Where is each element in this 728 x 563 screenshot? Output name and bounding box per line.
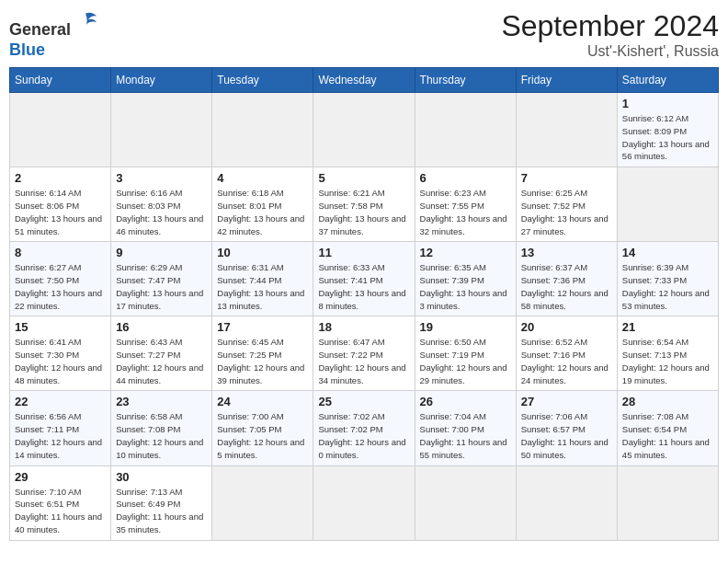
header-day-tuesday: Tuesday xyxy=(212,68,313,93)
calendar-cell xyxy=(415,465,516,540)
day-number: 17 xyxy=(217,320,308,334)
calendar-cell: 3Sunrise: 6:16 AMSunset: 8:03 PMDaylight… xyxy=(111,167,212,242)
day-number: 22 xyxy=(15,395,106,408)
day-number: 11 xyxy=(318,246,409,259)
day-info: Sunrise: 6:39 AMSunset: 7:33 PMDaylight:… xyxy=(622,261,713,312)
calendar-cell: 28Sunrise: 7:08 AMSunset: 6:54 PMDayligh… xyxy=(617,391,718,465)
header-day-sunday: Sunday xyxy=(10,68,111,93)
calendar-cell xyxy=(516,93,617,167)
calendar-week-1: 1Sunrise: 6:12 AMSunset: 8:09 PMDaylight… xyxy=(10,93,719,167)
calendar-cell: 6Sunrise: 6:23 AMSunset: 7:55 PMDaylight… xyxy=(415,167,516,242)
calendar-cell: 26Sunrise: 7:04 AMSunset: 7:00 PMDayligh… xyxy=(415,391,516,465)
day-info: Sunrise: 7:04 AMSunset: 7:00 PMDaylight:… xyxy=(420,410,511,461)
day-number: 5 xyxy=(318,171,409,185)
day-number: 8 xyxy=(15,246,106,259)
logo: General Blue xyxy=(9,9,98,60)
day-number: 6 xyxy=(420,171,511,185)
calendar-cell: 14Sunrise: 6:39 AMSunset: 7:33 PMDayligh… xyxy=(617,242,718,316)
day-info: Sunrise: 6:56 AMSunset: 7:11 PMDaylight:… xyxy=(15,410,106,461)
calendar-cell xyxy=(313,93,415,167)
day-number: 2 xyxy=(15,171,106,185)
calendar-cell xyxy=(212,465,313,540)
day-info: Sunrise: 6:52 AMSunset: 7:16 PMDaylight:… xyxy=(521,336,612,386)
day-info: Sunrise: 6:27 AMSunset: 7:50 PMDaylight:… xyxy=(15,261,106,312)
calendar-cell: 1Sunrise: 6:12 AMSunset: 8:09 PMDaylight… xyxy=(617,93,718,167)
calendar-cell xyxy=(111,93,212,167)
calendar-cell xyxy=(313,465,415,540)
day-info: Sunrise: 6:23 AMSunset: 7:55 PMDaylight:… xyxy=(420,187,511,237)
title-block: September 2024 Ust'-Kishert', Russia xyxy=(501,9,719,60)
calendar-cell xyxy=(617,465,718,540)
day-number: 28 xyxy=(622,395,713,408)
calendar-cell: 20Sunrise: 6:52 AMSunset: 7:16 PMDayligh… xyxy=(516,316,617,391)
day-number: 10 xyxy=(217,246,308,259)
calendar-cell: 30Sunrise: 7:13 AMSunset: 6:49 PMDayligh… xyxy=(111,465,212,540)
day-info: Sunrise: 6:33 AMSunset: 7:41 PMDaylight:… xyxy=(318,261,409,312)
calendar-cell: 19Sunrise: 6:50 AMSunset: 7:19 PMDayligh… xyxy=(415,316,516,391)
day-info: Sunrise: 6:58 AMSunset: 7:08 PMDaylight:… xyxy=(116,410,207,461)
calendar-cell: 4Sunrise: 6:18 AMSunset: 8:01 PMDaylight… xyxy=(212,167,313,242)
calendar-cell: 29Sunrise: 7:10 AMSunset: 6:51 PMDayligh… xyxy=(10,465,111,540)
day-number: 9 xyxy=(116,246,207,259)
day-number: 15 xyxy=(15,320,106,334)
day-info: Sunrise: 7:10 AMSunset: 6:51 PMDaylight:… xyxy=(15,486,106,536)
day-info: Sunrise: 7:02 AMSunset: 7:02 PMDaylight:… xyxy=(318,410,409,461)
logo-blue: Blue xyxy=(9,40,45,59)
day-info: Sunrise: 6:14 AMSunset: 8:06 PMDaylight:… xyxy=(15,187,106,237)
day-info: Sunrise: 6:16 AMSunset: 8:03 PMDaylight:… xyxy=(116,187,207,237)
calendar-cell: 21Sunrise: 6:54 AMSunset: 7:13 PMDayligh… xyxy=(617,316,718,391)
day-info: Sunrise: 6:54 AMSunset: 7:13 PMDaylight:… xyxy=(622,336,713,386)
day-info: Sunrise: 6:41 AMSunset: 7:30 PMDaylight:… xyxy=(15,336,106,386)
calendar-cell: 10Sunrise: 6:31 AMSunset: 7:44 PMDayligh… xyxy=(212,242,313,316)
day-number: 26 xyxy=(420,395,511,408)
calendar-cell: 5Sunrise: 6:21 AMSunset: 7:58 PMDaylight… xyxy=(313,167,415,242)
header-day-monday: Monday xyxy=(111,68,212,93)
day-info: Sunrise: 7:08 AMSunset: 6:54 PMDaylight:… xyxy=(622,410,713,461)
day-number: 21 xyxy=(622,320,713,334)
day-info: Sunrise: 7:00 AMSunset: 7:05 PMDaylight:… xyxy=(217,410,308,461)
header-row: SundayMondayTuesdayWednesdayThursdayFrid… xyxy=(10,68,719,93)
day-info: Sunrise: 6:45 AMSunset: 7:25 PMDaylight:… xyxy=(217,336,308,386)
header-day-saturday: Saturday xyxy=(617,68,718,93)
calendar-cell: 27Sunrise: 7:06 AMSunset: 6:57 PMDayligh… xyxy=(516,391,617,465)
calendar-cell: 11Sunrise: 6:33 AMSunset: 7:41 PMDayligh… xyxy=(313,242,415,316)
calendar-cell: 2Sunrise: 6:14 AMSunset: 8:06 PMDaylight… xyxy=(10,167,111,242)
calendar-cell xyxy=(617,167,718,242)
month-year-title: September 2024 xyxy=(501,9,719,43)
calendar-cell: 9Sunrise: 6:29 AMSunset: 7:47 PMDaylight… xyxy=(111,242,212,316)
day-info: Sunrise: 6:25 AMSunset: 7:52 PMDaylight:… xyxy=(521,187,612,237)
calendar-cell: 17Sunrise: 6:45 AMSunset: 7:25 PMDayligh… xyxy=(212,316,313,391)
calendar-cell xyxy=(516,465,617,540)
calendar-week-6: 29Sunrise: 7:10 AMSunset: 6:51 PMDayligh… xyxy=(10,465,719,540)
calendar-cell: 23Sunrise: 6:58 AMSunset: 7:08 PMDayligh… xyxy=(111,391,212,465)
calendar-body: 1Sunrise: 6:12 AMSunset: 8:09 PMDaylight… xyxy=(10,93,719,540)
day-info: Sunrise: 6:18 AMSunset: 8:01 PMDaylight:… xyxy=(217,187,308,237)
day-number: 16 xyxy=(116,320,207,334)
day-number: 12 xyxy=(420,246,511,259)
header-day-wednesday: Wednesday xyxy=(313,68,415,93)
header-day-friday: Friday xyxy=(516,68,617,93)
calendar-table: SundayMondayTuesdayWednesdayThursdayFrid… xyxy=(9,67,719,540)
day-info: Sunrise: 6:29 AMSunset: 7:47 PMDaylight:… xyxy=(116,261,207,312)
day-number: 20 xyxy=(521,320,612,334)
page-header: General Blue September 2024 Ust'-Kishert… xyxy=(9,9,719,60)
day-info: Sunrise: 6:37 AMSunset: 7:36 PMDaylight:… xyxy=(521,261,612,312)
day-number: 14 xyxy=(622,246,713,259)
day-info: Sunrise: 7:13 AMSunset: 6:49 PMDaylight:… xyxy=(116,486,207,536)
day-number: 27 xyxy=(521,395,612,408)
day-number: 24 xyxy=(217,395,308,408)
day-number: 13 xyxy=(521,246,612,259)
calendar-week-3: 8Sunrise: 6:27 AMSunset: 7:50 PMDaylight… xyxy=(10,242,719,316)
day-number: 3 xyxy=(116,171,207,185)
calendar-header: SundayMondayTuesdayWednesdayThursdayFrid… xyxy=(10,68,719,93)
calendar-cell: 12Sunrise: 6:35 AMSunset: 7:39 PMDayligh… xyxy=(415,242,516,316)
day-number: 19 xyxy=(420,320,511,334)
calendar-cell xyxy=(415,93,516,167)
day-number: 29 xyxy=(15,470,106,484)
calendar-cell: 7Sunrise: 6:25 AMSunset: 7:52 PMDaylight… xyxy=(516,167,617,242)
day-info: Sunrise: 7:06 AMSunset: 6:57 PMDaylight:… xyxy=(521,410,612,461)
calendar-cell: 25Sunrise: 7:02 AMSunset: 7:02 PMDayligh… xyxy=(313,391,415,465)
day-info: Sunrise: 6:12 AMSunset: 8:09 PMDaylight:… xyxy=(622,112,713,163)
calendar-cell: 15Sunrise: 6:41 AMSunset: 7:30 PMDayligh… xyxy=(10,316,111,391)
day-number: 30 xyxy=(116,470,207,484)
